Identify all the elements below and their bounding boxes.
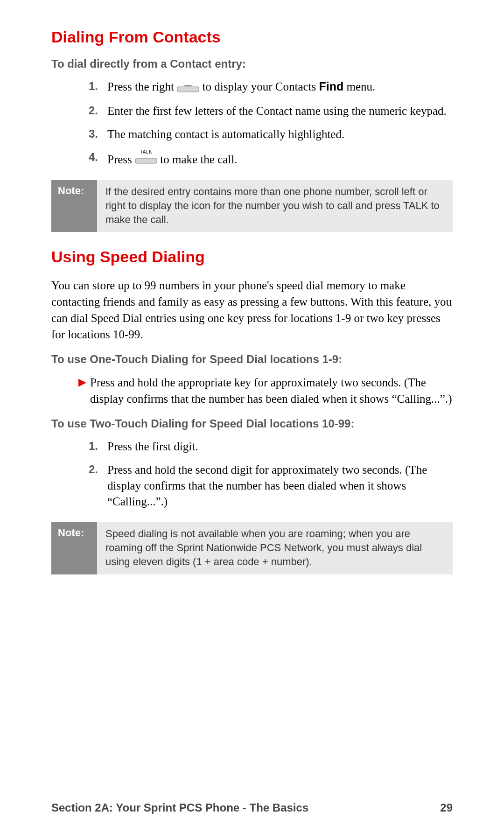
step-number: 4.: [89, 150, 107, 168]
step-number: 2.: [89, 462, 107, 509]
heading-dialing-contacts: Dialing From Contacts: [51, 28, 453, 46]
svg-rect-0: [177, 87, 199, 92]
step-1: 1. Press the first digit.: [89, 439, 453, 455]
bullet-one-touch: ▶ Press and hold the appropriate key for…: [78, 374, 453, 407]
step-4: 4. Press TALK to make the call.: [89, 150, 453, 168]
steps-two-touch: 1. Press the first digit. 2. Press and h…: [89, 439, 453, 509]
subhead-one-touch: To use One-Touch Dialing for Speed Dial …: [51, 353, 453, 366]
page-footer: Section 2A: Your Sprint PCS Phone - The …: [51, 801, 453, 814]
step-body: The matching contact is automatically hi…: [107, 126, 453, 142]
steps-dial-from-contacts: 1. Press the right to display your Conta…: [89, 79, 453, 167]
note-box-contacts: Note: If the desired entry contains more…: [51, 180, 453, 232]
step-body: Press TALK to make the call.: [107, 150, 453, 168]
step-body: Enter the first few letters of the Conta…: [107, 103, 453, 119]
find-label: Find: [319, 80, 344, 93]
note-label: Note:: [51, 180, 97, 232]
note-label: Note:: [51, 522, 97, 574]
bullet-text: Press and hold the appropriate key for a…: [90, 374, 453, 407]
note-box-speed-dial: Note: Speed dialing is not available whe…: [51, 522, 453, 574]
svg-rect-2: [135, 158, 157, 163]
subhead-two-touch: To use Two-Touch Dialing for Speed Dial …: [51, 417, 453, 430]
heading-speed-dialing: Using Speed Dialing: [51, 248, 453, 266]
red-arrow-icon: ▶: [78, 374, 86, 407]
footer-page-number: 29: [440, 801, 453, 814]
manual-page: Dialing From Contacts To dial directly f…: [0, 0, 504, 840]
step-number: 3.: [89, 126, 107, 142]
note-text: Speed dialing is not available when you …: [97, 522, 453, 574]
step-body: Press the first digit.: [107, 439, 453, 455]
step-2: 2. Enter the first few letters of the Co…: [89, 103, 453, 119]
step-body: Press the right to display your Contacts…: [107, 79, 453, 96]
step-1: 1. Press the right to display your Conta…: [89, 79, 453, 96]
step-3: 3. The matching contact is automatically…: [89, 126, 453, 142]
speed-dial-intro: You can store up to 99 numbers in your p…: [51, 277, 453, 343]
step-2: 2. Press and hold the second digit for a…: [89, 462, 453, 509]
step-number: 1.: [89, 79, 107, 96]
note-text: If the desired entry contains more than …: [97, 180, 453, 232]
subhead-dial-entry: To dial directly from a Contact entry:: [51, 57, 453, 70]
talk-key-icon: TALK: [135, 150, 157, 166]
svg-rect-1: [184, 85, 192, 86]
right-softkey-icon: [177, 80, 199, 96]
step-number: 2.: [89, 103, 107, 119]
step-body: Press and hold the second digit for appr…: [107, 462, 453, 509]
step-number: 1.: [89, 439, 107, 455]
footer-section: Section 2A: Your Sprint PCS Phone - The …: [51, 801, 308, 814]
